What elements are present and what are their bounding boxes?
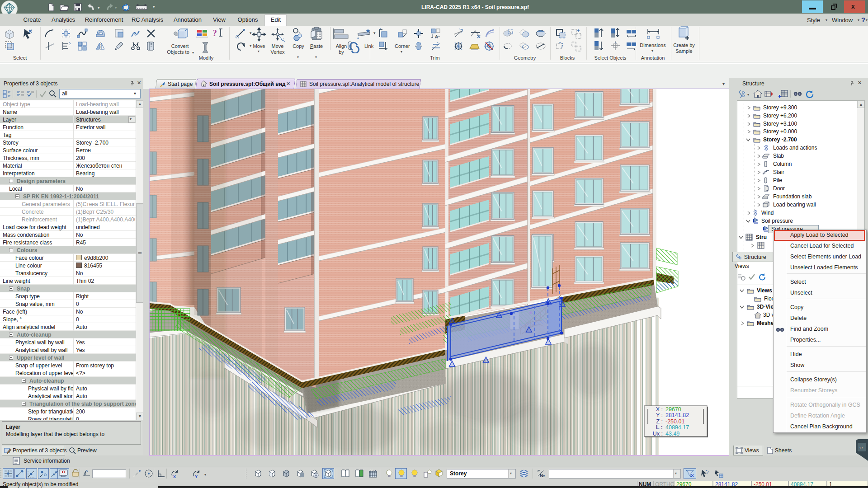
svg-text:40894.17: 40894.17 <box>665 424 689 431</box>
svg-text:-250.01: -250.01 <box>665 418 684 425</box>
svg-text:Y :: Y : <box>656 412 663 418</box>
svg-text:L :: L : <box>656 424 663 431</box>
svg-text:Y: Y <box>195 474 198 479</box>
svg-text:28141.82: 28141.82 <box>665 412 689 418</box>
svg-text:Ux :: Ux : <box>653 431 663 437</box>
svg-text:Z :: Z : <box>656 418 663 425</box>
svg-text:?: ? <box>212 28 217 38</box>
svg-text:X: X <box>173 474 176 479</box>
svg-text:X :: X : <box>656 406 663 413</box>
svg-text:43.49: 43.49 <box>665 431 679 437</box>
svg-text:№: № <box>540 473 545 478</box>
svg-text:A: A <box>435 34 438 39</box>
svg-text:29670: 29670 <box>665 406 681 413</box>
